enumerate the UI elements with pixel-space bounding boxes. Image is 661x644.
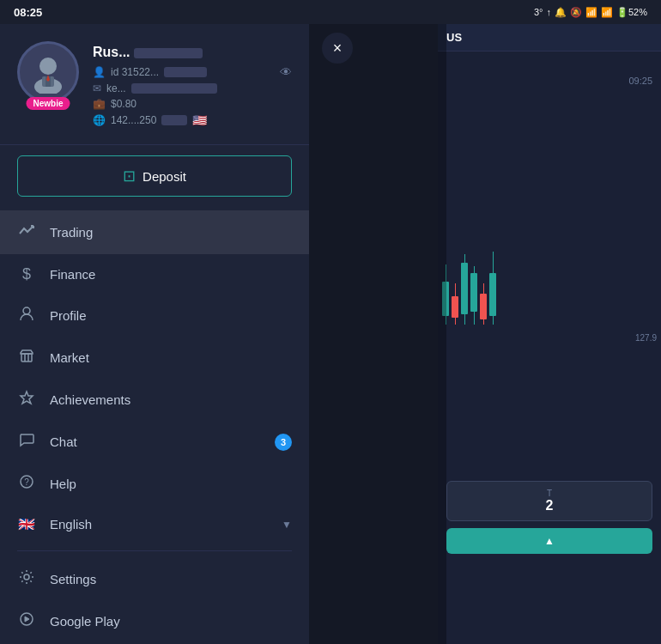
signal-icon: 📶 [601, 7, 613, 18]
user-name: Rus... [93, 45, 292, 60]
finance-label: Finance [50, 267, 292, 282]
mute-icon: 🔕 [570, 7, 582, 18]
status-time: 08:25 [14, 6, 42, 19]
avatar-container: Newbie [17, 41, 79, 103]
chart-area: US 09:25 [438, 24, 661, 644]
email-redacted [131, 83, 217, 94]
settings-label: Settings [50, 572, 292, 586]
profile-icon [17, 306, 36, 325]
candle-5 [480, 283, 487, 325]
market-label: Market [50, 350, 292, 365]
upload-icon: ↑ [546, 7, 551, 17]
trade-value: 2 [458, 498, 641, 513]
person-icon: 👤 [93, 66, 106, 78]
candle-2 [452, 283, 458, 325]
nav-item-help[interactable]: ? Help [0, 463, 309, 505]
nav-item-achievements[interactable]: Achievements [0, 379, 309, 421]
user-email: ke... [106, 82, 126, 94]
svg-point-0 [39, 58, 57, 75]
flag-icon: 🇺🇸 [192, 113, 207, 127]
market-icon [17, 348, 36, 368]
trade-box: T 2 [446, 481, 652, 521]
user-id-row: 👤 id 31522... 👁 [93, 65, 292, 79]
trading-label: Trading [50, 225, 292, 240]
user-id: id 31522... [111, 66, 159, 78]
eye-icon[interactable]: 👁 [280, 65, 292, 79]
wifi-icon: 📶 [585, 7, 597, 18]
svg-point-7 [23, 307, 30, 314]
settings-icon [17, 569, 36, 589]
chevron-down-icon: ▼ [282, 519, 292, 531]
trade-label: T [458, 489, 641, 498]
location-redacted [161, 115, 187, 125]
deposit-button[interactable]: ⊡ Deposit [17, 155, 292, 197]
achievements-icon [17, 390, 36, 410]
google-play-label: Google Play [50, 614, 292, 629]
user-email-row: ✉ ke... [93, 82, 292, 94]
nav-item-profile[interactable]: Profile [0, 295, 309, 337]
status-bar: 08:25 3° ↑ 🔔 🔕 📶 📶 🔋52% [0, 0, 661, 24]
achievements-label: Achievements [50, 392, 292, 407]
help-icon: ? [17, 474, 36, 494]
trading-icon [17, 222, 36, 243]
deposit-icon: ⊡ [123, 167, 136, 185]
help-label: Help [50, 477, 292, 491]
chat-badge: 3 [275, 434, 292, 451]
nav-item-chat[interactable]: Chat 3 [0, 421, 309, 463]
google-play-icon [17, 611, 36, 631]
candle-3 [461, 254, 468, 325]
battery-icon: 🔋52% [616, 7, 647, 18]
language-flag-icon: 🇬🇧 [17, 516, 36, 532]
id-redacted [164, 67, 207, 77]
balance-icon: 💼 [93, 98, 106, 110]
nav-item-google-play[interactable]: Google Play [0, 600, 309, 642]
price-label: 127.9 [635, 333, 657, 343]
user-balance: $0.80 [111, 98, 136, 110]
profile-section: Newbie Rus... 👤 id 31522... 👁 ✉ ke... 💼 … [0, 24, 309, 145]
chart-symbol: US [446, 31, 462, 44]
temp-icon: 3° [534, 7, 543, 17]
close-button[interactable]: × [322, 33, 353, 64]
nav-item-settings[interactable]: Settings [0, 558, 309, 600]
sidebar: Newbie Rus... 👤 id 31522... 👁 ✉ ke... 💼 … [0, 24, 309, 644]
finance-icon: $ [17, 265, 36, 283]
candle-chart [442, 84, 657, 325]
candle-6 [489, 252, 496, 325]
nav-item-market[interactable]: Market [0, 337, 309, 379]
svg-text:?: ? [24, 477, 29, 487]
nav-item-finance[interactable]: $ Finance [0, 254, 309, 295]
nav-item-language[interactable]: 🇬🇧 English ▼ [0, 505, 309, 544]
svg-rect-8 [21, 354, 32, 361]
profile-label: Profile [50, 308, 292, 323]
user-location: 142....250 [111, 114, 156, 126]
chat-label: Chat [50, 434, 261, 449]
newbie-badge: Newbie [26, 97, 70, 110]
nav-section: Trading $ Finance Profile [0, 207, 309, 644]
user-info: Rus... 👤 id 31522... 👁 ✉ ke... 💼 $0.80 🌐 [93, 41, 292, 131]
user-balance-row: 💼 $0.80 [93, 98, 292, 110]
trade-controls: T 2 ▲ [438, 472, 661, 644]
language-label: English [50, 517, 268, 532]
user-location-row: 🌐 142....250 🇺🇸 [93, 113, 292, 127]
nav-item-trading[interactable]: Trading [0, 210, 309, 254]
nav-divider [17, 550, 292, 551]
svg-point-14 [24, 574, 29, 580]
trade-button[interactable]: ▲ [446, 528, 652, 554]
deposit-label: Deposit [143, 169, 186, 184]
avatar [17, 41, 79, 103]
email-icon: ✉ [93, 82, 101, 94]
chart-top-bar: US [438, 24, 661, 52]
name-redacted [134, 48, 203, 58]
globe-icon: 🌐 [93, 114, 106, 126]
avatar-svg [27, 51, 70, 94]
status-icons: 3° ↑ 🔔 🔕 📶 📶 🔋52% [534, 7, 647, 18]
svg-marker-11 [21, 392, 33, 404]
chat-icon [17, 432, 36, 452]
candle-4 [470, 266, 477, 325]
bell-icon: 🔔 [555, 7, 567, 18]
